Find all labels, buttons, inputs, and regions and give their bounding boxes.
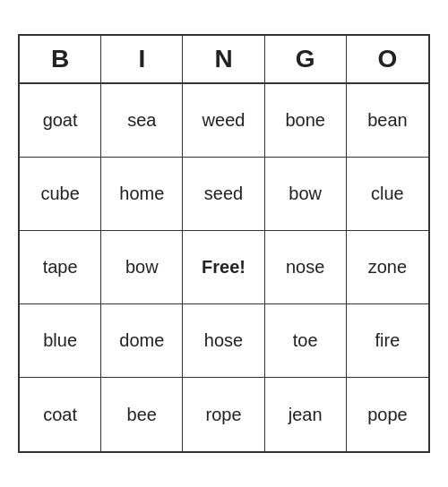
cell-4-3: jean [265,378,347,451]
cell-2-4: zone [347,231,428,304]
cell-1-1: home [101,158,183,231]
cell-3-0: blue [20,304,101,378]
header-g: G [265,36,347,82]
cell-0-2: weed [183,84,264,158]
cell-0-3: bone [265,84,347,158]
cell-3-1: dome [101,304,183,378]
cell-3-2: hose [183,304,264,378]
cell-0-0: goat [20,84,101,158]
cell-2-0: tape [20,231,101,304]
cell-4-4: pope [347,378,428,451]
cell-1-0: cube [20,158,101,231]
cell-2-3: nose [265,231,347,304]
cell-free: Free! [183,231,264,304]
header-i: I [101,36,183,82]
cell-3-4: fire [347,304,428,378]
cell-0-4: bean [347,84,428,158]
header-o: O [347,36,428,82]
header-b: B [20,36,101,82]
cell-4-2: rope [183,378,264,451]
header-n: N [183,36,264,82]
cell-1-2: seed [183,158,264,231]
bingo-card: B I N G O goat sea weed bone bean cube h… [18,34,430,453]
cell-1-4: clue [347,158,428,231]
cell-4-0: coat [20,378,101,451]
bingo-header: B I N G O [20,36,428,84]
cell-0-1: sea [101,84,183,158]
cell-4-1: bee [101,378,183,451]
cell-3-3: toe [265,304,347,378]
cell-2-1: bow [101,231,183,304]
bingo-grid: goat sea weed bone bean cube home seed b… [20,84,428,451]
cell-1-3: bow [265,158,347,231]
